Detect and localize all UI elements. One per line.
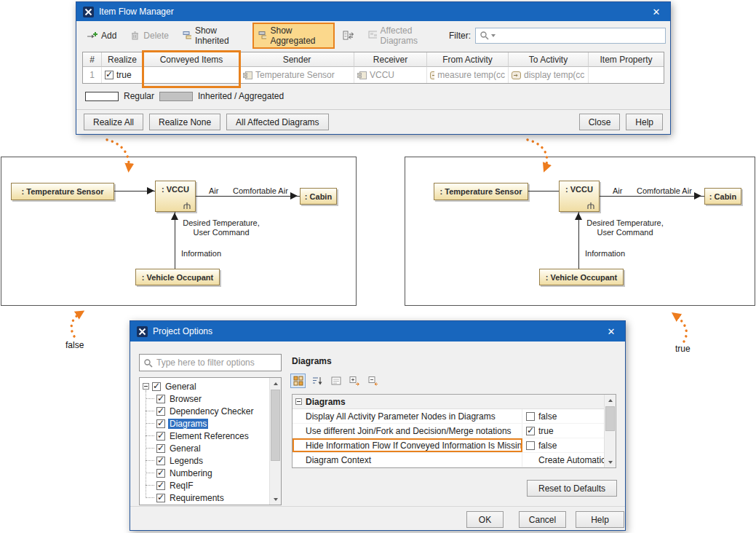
tree-item-general[interactable]: General: [151, 442, 279, 454]
realize-all-button[interactable]: Realize All: [84, 114, 143, 130]
property-row-highlighted[interactable]: Hide Information Flow If Conveyed Inform…: [293, 438, 604, 453]
part-property-icon: [243, 71, 252, 79]
part-vehicle-occupant[interactable]: : Vehicle Occupant: [539, 269, 624, 285]
scrollbar-thumb[interactable]: [271, 390, 280, 461]
connector-vccu-occupant: [578, 212, 579, 269]
add-button[interactable]: Add: [81, 28, 122, 44]
checkbox[interactable]: [156, 494, 165, 502]
sender-cell[interactable]: Temperature Sensor: [240, 67, 354, 83]
tree-item-numbering[interactable]: Numbering: [151, 467, 279, 479]
add-icon: [87, 31, 98, 41]
reset-to-defaults-button[interactable]: Reset to Defaults: [527, 480, 617, 497]
column-header-conveyed-items[interactable]: Conveyed Items: [143, 52, 240, 67]
property-value[interactable]: Create Automatically: [522, 453, 604, 467]
checkbox[interactable]: [156, 432, 165, 441]
expand-all-icon[interactable]: [347, 374, 362, 388]
regular-swatch: [85, 92, 119, 101]
realize-none-button[interactable]: Realize None: [149, 114, 220, 130]
table-row[interactable]: 1 true Temperature Sensor VCCU measure t…: [83, 67, 664, 83]
column-header-sender[interactable]: Sender: [240, 52, 354, 67]
checkbox[interactable]: [156, 419, 165, 428]
ifm-button-row: Realize All Realize None All Affected Di…: [84, 114, 663, 130]
column-header-item-property[interactable]: Item Property: [589, 52, 664, 67]
cancel-button[interactable]: Cancel: [519, 511, 566, 528]
categorized-view-icon[interactable]: [290, 374, 306, 388]
show-inherited-button[interactable]: Show Inherited: [177, 23, 250, 49]
scroll-up-icon[interactable]: [270, 378, 281, 389]
tree-item-reqif[interactable]: ReqIF: [151, 479, 279, 491]
checkbox[interactable]: [156, 407, 165, 416]
tree-item-requirements[interactable]: Requirements: [151, 491, 279, 504]
scroll-down-icon[interactable]: [605, 457, 616, 467]
property-row[interactable]: Diagram Context Create Automatically: [293, 453, 604, 467]
tree-item-element-references[interactable]: Element References: [151, 430, 279, 442]
receiver-cell[interactable]: VCCU: [354, 67, 427, 83]
from-activity-cell[interactable]: measure temp(cc: [427, 67, 509, 83]
collapse-icon[interactable]: [295, 398, 302, 405]
part-temperature-sensor[interactable]: : Temperature Sensor: [434, 183, 528, 200]
part-cabin[interactable]: : Cabin: [704, 188, 741, 205]
part-vehicle-occupant[interactable]: : Vehicle Occupant: [135, 269, 220, 285]
scrollbar-thumb[interactable]: [605, 406, 615, 431]
checkbox[interactable]: [156, 395, 165, 403]
grid-scrollbar[interactable]: [604, 395, 616, 467]
checkbox[interactable]: [152, 382, 161, 391]
search-dropdown-icon[interactable]: [491, 34, 496, 37]
column-header-index[interactable]: #: [83, 52, 102, 67]
ok-button[interactable]: OK: [466, 511, 504, 528]
part-temperature-sensor[interactable]: : Temperature Sensor: [11, 183, 114, 200]
property-group-header[interactable]: Diagrams: [293, 395, 604, 409]
item-property-cell[interactable]: [589, 67, 664, 83]
checkbox[interactable]: [156, 457, 165, 465]
show-aggregated-button[interactable]: Show Aggregated: [252, 23, 335, 49]
collapse-all-icon[interactable]: [366, 374, 381, 388]
property-row[interactable]: Display All Activity Parameter Nodes in …: [293, 409, 604, 424]
checkbox[interactable]: [156, 444, 165, 453]
scroll-up-icon[interactable]: [605, 395, 616, 406]
checkbox[interactable]: [526, 427, 535, 435]
tree-item-browser[interactable]: Browser: [151, 392, 279, 405]
column-header-receiver[interactable]: Receiver: [354, 52, 427, 67]
all-affected-diagrams-button[interactable]: All Affected Diagrams: [226, 114, 329, 130]
close-icon[interactable]: [604, 324, 618, 339]
column-header-realize[interactable]: Realize: [102, 52, 143, 67]
column-header-to-activity[interactable]: To Activity: [509, 52, 589, 67]
to-activity-cell[interactable]: display temp(cc: [509, 67, 589, 83]
property-row[interactable]: Use different Join/Fork and Decision/Mer…: [293, 424, 604, 438]
select-in-tree-button[interactable]: [337, 28, 360, 43]
column-header-from-activity[interactable]: From Activity: [427, 52, 509, 67]
property-value[interactable]: false: [522, 438, 604, 452]
part-vccu[interactable]: : VCCU: [559, 181, 600, 212]
help-button[interactable]: Help: [626, 114, 663, 130]
description-area-icon[interactable]: [328, 374, 343, 388]
close-icon[interactable]: [649, 4, 664, 19]
checkbox[interactable]: [526, 441, 535, 450]
checkbox[interactable]: [156, 481, 165, 490]
options-filter-input[interactable]: [156, 358, 277, 368]
tree-scrollbar[interactable]: [269, 378, 281, 505]
delete-button[interactable]: Delete: [124, 28, 175, 44]
property-value[interactable]: true: [522, 424, 604, 438]
filter-input[interactable]: [498, 29, 661, 42]
titlebar[interactable]: Project Options: [130, 321, 625, 341]
scroll-down-icon[interactable]: [270, 494, 281, 505]
titlebar[interactable]: Item Flow Manager: [76, 2, 670, 21]
checkbox[interactable]: [156, 469, 165, 478]
property-value[interactable]: false: [522, 409, 604, 423]
tree-item-legends[interactable]: Legends: [151, 454, 279, 467]
checkbox[interactable]: [526, 412, 535, 421]
tree-item-general-root[interactable]: General: [141, 380, 279, 392]
close-button[interactable]: Close: [579, 114, 621, 130]
part-cabin[interactable]: : Cabin: [300, 188, 337, 205]
part-vccu[interactable]: : VCCU: [155, 181, 196, 212]
realize-checkbox[interactable]: [105, 71, 114, 79]
conveyed-items-cell[interactable]: [143, 67, 240, 83]
tree-item-diagrams[interactable]: Diagrams: [151, 417, 279, 430]
show-inherited-icon: [183, 31, 191, 40]
tree-item-dependency-checker[interactable]: Dependency Checker: [151, 405, 279, 417]
ifm-toolbar: Add Delete Show Inherited Show Aggregate…: [81, 25, 666, 45]
affected-diagrams-button[interactable]: Affected Diagrams: [362, 23, 447, 49]
collapse-icon[interactable]: [143, 383, 149, 390]
help-button[interactable]: Help: [576, 511, 624, 528]
alphabetical-sort-icon[interactable]: [309, 374, 325, 388]
